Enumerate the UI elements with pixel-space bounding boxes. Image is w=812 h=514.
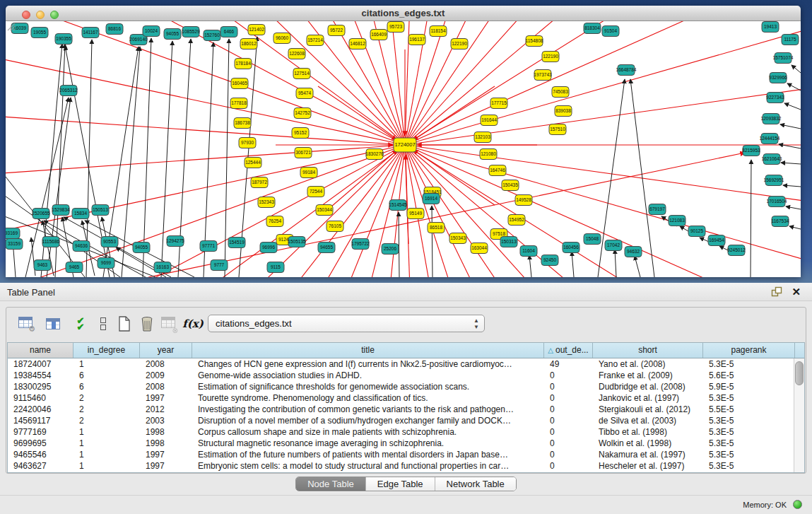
- table-cell: 2003: [140, 415, 192, 426]
- graph-node-label: 94055: [166, 31, 179, 36]
- graph-node-label: 1505135: [288, 239, 306, 244]
- tab-network-table[interactable]: Network Table: [435, 477, 516, 491]
- canvas-resize-grip[interactable]: [6, 21, 16, 31]
- table-cell: Nakamura et al. (1997): [593, 449, 703, 460]
- table-row[interactable]: 1830029562008Estimation of significance …: [8, 381, 804, 392]
- graph-node-label: 95722: [330, 28, 343, 33]
- graph-node-label: 97930: [241, 140, 254, 145]
- table-cell: 49: [544, 358, 593, 370]
- graph-node-label: 12093832: [761, 116, 782, 121]
- graph-node-label: 25206: [384, 246, 396, 251]
- table-row[interactable]: 2242004622012Investigating the contribut…: [8, 404, 804, 415]
- graph-node-label: 72544: [310, 189, 322, 194]
- citation-network-graph[interactable]: 1724007186012178184160465177818186738979…: [6, 21, 801, 277]
- table-selector-dropdown[interactable]: citations_edges.txt ▲▼: [208, 315, 485, 332]
- graph-edge-black: [792, 65, 801, 73]
- column-header-pagerank[interactable]: pagerank: [703, 343, 795, 358]
- graph-node-label: 16163: [156, 264, 169, 269]
- graph-edge-black: [25, 98, 69, 277]
- delete-table-button: ⊗: [158, 313, 179, 334]
- graph-node-label: 10024: [145, 28, 158, 33]
- graph-node-label: 1973743: [534, 72, 552, 77]
- table-cell: 9777169: [8, 426, 73, 438]
- table-row[interactable]: 946362711997Embryonic stem cells: a mode…: [8, 460, 804, 472]
- table-cell: 0: [544, 426, 593, 438]
- graph-node-label: 76105: [329, 223, 341, 228]
- table-cell: 9699695: [8, 438, 73, 449]
- graph-node-label: 1795722: [351, 241, 370, 246]
- table-row[interactable]: 1938455462009Genome-wide association stu…: [8, 370, 804, 381]
- table-cell: Wolkin et al. (1998): [593, 438, 703, 449]
- graph-node-label: 95152: [294, 130, 307, 135]
- table-row[interactable]: 911546021997Tourette syndrome. Phenomeno…: [8, 392, 804, 404]
- column-header-title[interactable]: title: [192, 343, 544, 358]
- graph-node-label: 9329966: [769, 75, 787, 80]
- graph-node-label: 95723: [389, 24, 402, 29]
- graph-node-label: 157510: [550, 127, 565, 132]
- graph-node-label: 15834: [74, 211, 87, 216]
- table-cell: Corpus callosum shape and size in male p…: [192, 426, 544, 438]
- graph-node-label: 839038: [555, 108, 571, 113]
- graph-node-label: 92450: [543, 257, 556, 262]
- close-panel-icon[interactable]: ✕: [792, 286, 801, 298]
- new-column-button[interactable]: [114, 313, 135, 334]
- table-row[interactable]: 946554611997Estimation of the future num…: [8, 449, 804, 460]
- graph-edge-red: [405, 145, 801, 214]
- select-all-button[interactable]: ✔✔: [70, 313, 91, 334]
- table-cell: 5.3E-5: [703, 392, 795, 404]
- graph-node-label: 154519: [229, 240, 245, 245]
- graph-node-label: 169454: [709, 238, 724, 243]
- graph-edge-black: [789, 226, 801, 229]
- graph-node-label: 745083: [553, 89, 568, 94]
- graph-edge-black: [783, 185, 801, 187]
- split-pane-handle[interactable]: [401, 278, 409, 282]
- delete-column-button[interactable]: [136, 313, 158, 334]
- graph-node-label: 132103: [475, 134, 490, 139]
- graph-edge-red: [405, 145, 784, 277]
- table-cell: 18300295: [8, 381, 73, 392]
- node-table: namein_degreeyeartitle△out_de...shortpag…: [7, 342, 805, 473]
- column-header-in_degree[interactable]: in_degree: [73, 343, 140, 358]
- network-window-titlebar[interactable]: citations_edges.txt: [6, 6, 801, 21]
- table-row[interactable]: 969969511998Structural magnetic resonanc…: [8, 438, 804, 449]
- column-header-name[interactable]: name: [8, 343, 73, 358]
- graph-node-label: 121080: [481, 151, 496, 156]
- table-cell: 2012: [140, 404, 192, 415]
- table-cell: 1998: [140, 426, 192, 438]
- column-header-out_de[interactable]: △out_de...: [544, 343, 593, 358]
- graph-node-label: 86816: [108, 26, 121, 31]
- column-header-year[interactable]: year: [140, 343, 192, 358]
- table-cell: Jankovic et al. (1997): [593, 392, 703, 404]
- table-cell: 0: [544, 381, 593, 392]
- row-height-button[interactable]: [93, 313, 114, 334]
- column-header-short[interactable]: short: [593, 343, 703, 358]
- table-row[interactable]: 1456911722003Disruption of a novel membe…: [8, 415, 804, 426]
- tab-edge-table[interactable]: Edge Table: [366, 477, 435, 491]
- show-columns-button[interactable]: [42, 313, 64, 334]
- graph-edge-black: [44, 221, 146, 277]
- graph-edge-black: [47, 98, 71, 277]
- table-panel: Table Panel ✕ citations_edges.txt ▲▼ ⚙✔✔…: [0, 283, 812, 514]
- table-row[interactable]: 977716911998Corpus callosum shape and si…: [8, 426, 804, 438]
- float-panel-icon[interactable]: [771, 286, 782, 298]
- graph-node-label: 679197: [649, 206, 665, 211]
- column-settings-button[interactable]: ⚙: [15, 313, 36, 334]
- graph-node-label: 146812: [350, 41, 365, 46]
- tab-node-table[interactable]: Node Table: [296, 477, 366, 491]
- graph-node-label: 96996: [262, 245, 275, 250]
- graph-node-label: 157214: [307, 37, 323, 42]
- table-cell: 5.3E-5: [703, 460, 795, 472]
- graph-node-label: 152343: [259, 199, 274, 204]
- table-cell: 0: [544, 460, 593, 472]
- table-cell: 9115460: [8, 392, 73, 404]
- table-row[interactable]: 1872400712008Changes of HCN gene express…: [8, 358, 804, 370]
- scrollbar-thumb[interactable]: [795, 361, 804, 385]
- graph-node-label: 1830276: [365, 151, 384, 156]
- graph-node-label: 141167: [83, 30, 98, 35]
- function-builder-button[interactable]: f(x): [182, 313, 204, 334]
- table-cell: 2008: [140, 381, 192, 392]
- graph-node-label: 187972: [252, 180, 267, 185]
- graph-node-label: 127514: [294, 71, 310, 76]
- network-canvas[interactable]: 1724007186012178184160465177818186738979…: [6, 21, 801, 277]
- vertical-scrollbar[interactable]: [794, 358, 804, 472]
